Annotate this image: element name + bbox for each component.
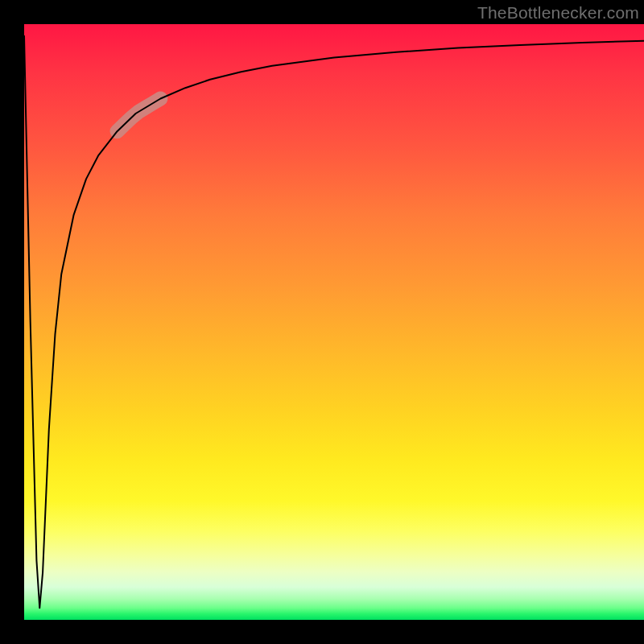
watermark-text: TheBottlenecker.com [477,3,639,23]
highlight-segment [118,99,161,132]
chart-frame: TheBottlenecker.com [0,0,644,644]
curve-layer [24,24,644,620]
plot-area [24,24,644,620]
